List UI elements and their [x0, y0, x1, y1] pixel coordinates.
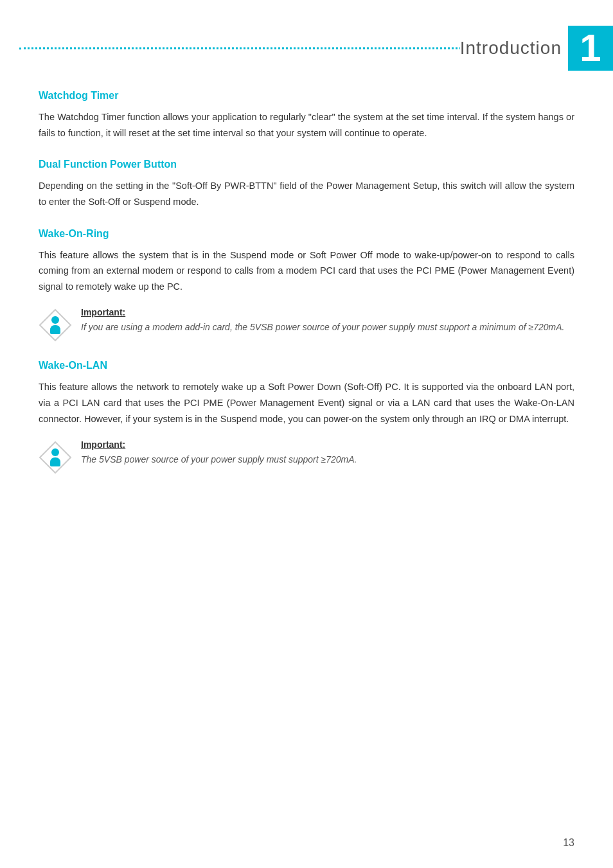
- svg-point-1: [51, 316, 59, 324]
- note-content-wake-on-ring: Important: If you are using a modem add-…: [81, 307, 574, 334]
- note-block-wake-on-lan: Important: The 5VSB power source of your…: [39, 439, 574, 474]
- note-block-wake-on-ring: Important: If you are using a modem add-…: [39, 307, 574, 342]
- page-container: Introduction 1 Watchdog Timer The Watchd…: [0, 0, 613, 868]
- section-dual-function: Dual Function Power Button Depending on …: [39, 159, 574, 209]
- header-bar: Introduction 1: [0, 0, 613, 71]
- important-icon-wake-on-ring: [39, 308, 72, 342]
- body-text-dual-function: Depending on the setting in the "Soft-Of…: [39, 178, 574, 209]
- dotted-line-decoration: [19, 48, 484, 49]
- important-icon-wake-on-lan: [39, 441, 72, 474]
- content-area: Watchdog Timer The Watchdog Timer functi…: [0, 90, 613, 515]
- body-text-watchdog: The Watchdog Timer function allows your …: [39, 109, 574, 141]
- section-heading-wake-on-ring: Wake-On-Ring: [39, 228, 574, 240]
- chapter-number: 1: [580, 29, 601, 67]
- chapter-title: Introduction: [460, 38, 568, 58]
- section-heading-dual-function: Dual Function Power Button: [39, 159, 574, 170]
- section-watchdog-timer: Watchdog Timer The Watchdog Timer functi…: [39, 90, 574, 141]
- note-label-wake-on-lan: Important:: [81, 439, 574, 450]
- section-wake-on-lan: Wake-On-LAN This feature allows the netw…: [39, 360, 574, 474]
- body-text-wake-on-ring: This feature allows the system that is i…: [39, 247, 574, 295]
- note-label-wake-on-ring: Important:: [81, 307, 574, 317]
- note-text-wake-on-lan: The 5VSB power source of your power supp…: [81, 452, 574, 466]
- note-text-wake-on-ring: If you are using a modem add-in card, th…: [81, 320, 574, 334]
- svg-point-3: [51, 448, 59, 456]
- section-heading-wake-on-lan: Wake-On-LAN: [39, 360, 574, 371]
- body-text-wake-on-lan: This feature allows the network to remot…: [39, 379, 574, 427]
- header-title-area: Introduction 1: [460, 26, 613, 71]
- section-heading-watchdog: Watchdog Timer: [39, 90, 574, 102]
- chapter-number-box: 1: [568, 26, 613, 71]
- page-number: 13: [563, 837, 574, 849]
- note-content-wake-on-lan: Important: The 5VSB power source of your…: [81, 439, 574, 466]
- section-wake-on-ring: Wake-On-Ring This feature allows the sys…: [39, 228, 574, 342]
- header-inner: Introduction 1: [0, 26, 613, 71]
